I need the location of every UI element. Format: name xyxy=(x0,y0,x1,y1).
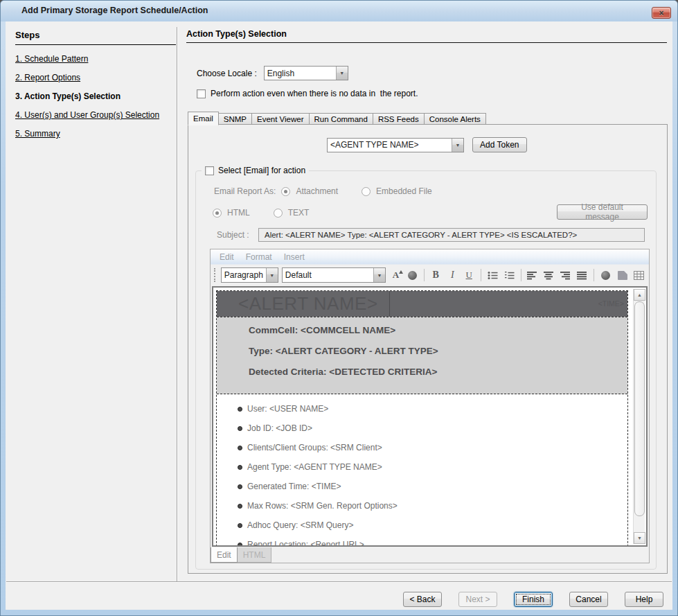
summary-line: Detected Criteria: <DETECTED CRITERIA> xyxy=(249,367,627,377)
template-summary: CommCell: <COMMCELL NAME> Type: <ALERT C… xyxy=(217,317,627,394)
step-action-type-selection[interactable]: 3. Action Type(s) Selection xyxy=(15,91,173,101)
embedded-file-label: Embedded File xyxy=(376,186,432,196)
align-right-icon[interactable] xyxy=(559,268,572,282)
template-header-divider xyxy=(389,291,390,317)
chevron-down-icon[interactable]: ▼ xyxy=(373,268,385,282)
subject-input[interactable]: Alert: <ALERT NAME> Type: <ALERT CATEGOR… xyxy=(258,228,645,242)
attachment-label: Attachment xyxy=(296,186,338,196)
list-item: Job ID: <JOB ID> xyxy=(238,423,627,433)
underline-icon[interactable]: U xyxy=(463,268,476,282)
email-template-preview: <ALERT NAME> <TIME> CommCell: <COMMCELL … xyxy=(216,290,628,547)
align-center-icon[interactable] xyxy=(542,268,555,282)
rich-text-editor: Edit Format Insert Paragraph ▼ Defaul xyxy=(210,249,650,563)
select-email-row: Select [Email] for action xyxy=(202,166,309,175)
summary-line: CommCell: <COMMCELL NAME> xyxy=(249,325,627,335)
no-data-label: Perform action even when there is no dat… xyxy=(211,89,418,98)
editor-mode-tabs: Edit HTML xyxy=(211,547,271,563)
chevron-down-icon[interactable]: ▼ xyxy=(266,268,278,282)
text-radio[interactable] xyxy=(274,209,283,218)
email-groupbox: Select [Email] for action Email Report A… xyxy=(195,170,657,570)
embedded-file-radio[interactable] xyxy=(362,187,371,196)
locale-label: Choose Locale : xyxy=(197,69,257,78)
insert-image-icon[interactable] xyxy=(616,268,629,282)
template-details: User: <USER NAME> Job ID: <JOB ID> Clien… xyxy=(217,394,627,547)
bullet-icon xyxy=(238,504,242,509)
token-select[interactable]: <AGENT TYPE NAME> ▼ xyxy=(327,138,464,152)
scrollbar-thumb[interactable] xyxy=(634,301,645,516)
add-token-button[interactable]: Add Token xyxy=(472,137,527,152)
font-size-icon[interactable]: A xyxy=(389,268,402,282)
html-label: HTML xyxy=(227,208,250,218)
format-row: HTML TEXT xyxy=(213,208,309,218)
bullet-icon xyxy=(238,543,242,547)
toolbar-separator xyxy=(424,269,425,281)
footer-separator xyxy=(6,581,672,583)
edit-menu[interactable]: Edit xyxy=(220,252,234,262)
insert-table-icon[interactable] xyxy=(632,268,645,282)
use-default-message-button[interactable]: Use default message xyxy=(557,204,648,220)
main-panel: Action Type(s) Selection Choose Locale :… xyxy=(182,21,671,590)
bold-icon[interactable]: B xyxy=(429,268,443,282)
chevron-down-icon[interactable]: ▼ xyxy=(452,139,463,152)
locale-select[interactable]: English ▼ xyxy=(264,66,348,80)
attachment-radio[interactable] xyxy=(281,187,290,196)
list-item: Clients/Client Groups: <SRM Client> xyxy=(238,443,627,452)
list-item: Adhoc Query: <SRM Query> xyxy=(238,520,627,530)
help-button[interactable]: Help xyxy=(625,592,663,607)
font-style-select[interactable]: Default ▼ xyxy=(282,267,386,283)
italic-icon[interactable]: I xyxy=(446,268,459,282)
template-header: <ALERT NAME> <TIME> xyxy=(217,291,627,317)
bullet-icon xyxy=(238,446,242,450)
cancel-button[interactable]: Cancel xyxy=(569,592,608,607)
steps-panel: Steps 1. Schedule Pattern 2. Report Opti… xyxy=(15,27,176,139)
html-radio[interactable] xyxy=(213,209,222,218)
titlebar[interactable]: Add Primary Storage Report Schedule/Acti… xyxy=(1,1,677,21)
editor-canvas[interactable]: <ALERT NAME> <TIME> CommCell: <COMMCELL … xyxy=(212,286,648,547)
toolbar-separator xyxy=(481,269,481,281)
time-placeholder: <TIME> xyxy=(598,299,624,308)
email-tab-panel: <AGENT TYPE NAME> ▼ Add Token Select [Em… xyxy=(188,124,668,574)
steps-header: Steps xyxy=(15,27,176,45)
list-item: User: <USER NAME> xyxy=(238,404,627,414)
select-email-checkbox[interactable] xyxy=(205,166,214,175)
tab-email[interactable]: Email xyxy=(188,112,219,125)
no-data-checkbox[interactable] xyxy=(197,89,206,98)
step-users-selection[interactable]: 4. User(s) and User Group(s) Selection xyxy=(15,110,173,120)
numbered-list-icon[interactable] xyxy=(503,268,516,282)
bullet-icon xyxy=(238,426,242,431)
close-button[interactable]: × xyxy=(652,7,671,19)
step-schedule-pattern[interactable]: 1. Schedule Pattern xyxy=(15,54,173,64)
step-report-options[interactable]: 2. Report Options xyxy=(15,73,173,82)
action-tabstrip: Email SNMP Event Viewer Run Command RSS … xyxy=(188,112,486,125)
no-data-row: Perform action even when there is no dat… xyxy=(197,89,418,98)
select-email-label: Select [Email] for action xyxy=(218,166,305,175)
format-menu[interactable]: Format xyxy=(246,252,272,262)
toolbar-grip[interactable] xyxy=(214,268,216,282)
chevron-down-icon[interactable]: ▼ xyxy=(336,67,348,80)
paragraph-style-select[interactable]: Paragraph ▼ xyxy=(221,267,278,283)
align-left-icon[interactable] xyxy=(526,268,539,282)
token-row: <AGENT TYPE NAME> ▼ Add Token xyxy=(327,137,527,152)
next-button[interactable]: Next > xyxy=(458,592,497,607)
editor-toolbar: Paragraph ▼ Default ▼ A B I xyxy=(211,265,649,285)
close-icon: × xyxy=(659,8,663,18)
scroll-up-icon[interactable]: ▲ xyxy=(634,289,645,301)
editor-tab-edit[interactable]: Edit xyxy=(211,547,238,563)
bullet-list-icon[interactable] xyxy=(486,268,499,282)
editor-tab-html[interactable]: HTML xyxy=(237,547,272,563)
step-summary[interactable]: 5. Summary xyxy=(15,129,173,139)
insert-object-icon[interactable] xyxy=(599,268,612,282)
editor-menubar: Edit Format Insert xyxy=(211,249,649,265)
bullet-icon xyxy=(238,407,242,412)
insert-menu[interactable]: Insert xyxy=(284,252,305,262)
finish-button[interactable]: Finish xyxy=(514,592,553,607)
scroll-down-icon[interactable]: ▼ xyxy=(634,532,645,544)
locale-row: Choose Locale : English ▼ xyxy=(197,66,348,80)
footer-buttons: < Back Next > Finish Cancel Help xyxy=(403,592,663,607)
editor-scrollbar[interactable]: ▲ ▼ xyxy=(633,289,645,544)
justify-icon[interactable] xyxy=(576,268,589,282)
back-button[interactable]: < Back xyxy=(403,592,442,607)
font-color-icon[interactable] xyxy=(406,268,419,282)
list-item: Generated Time: <TIME> xyxy=(238,482,627,491)
dialog-content: Steps 1. Schedule Pattern 2. Report Opti… xyxy=(6,21,672,610)
